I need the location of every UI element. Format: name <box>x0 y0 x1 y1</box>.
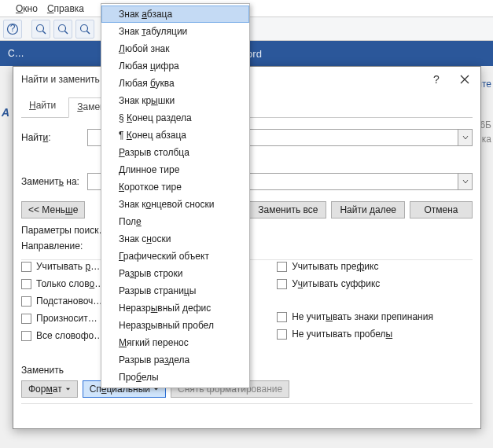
dialog-close-button[interactable] <box>449 68 480 90</box>
menu-nonbreaking-space[interactable]: Неразрывный пробел <box>101 317 249 334</box>
menu-field[interactable]: Поле <box>101 213 249 230</box>
menu-section-break-2[interactable]: Разрыв раздела <box>101 351 249 369</box>
tab-find[interactable]: Найти <box>21 97 64 117</box>
zoom-out-icon[interactable] <box>31 20 50 39</box>
replace-all-button[interactable]: Заменить все <box>249 201 326 218</box>
svg-point-4 <box>59 24 66 31</box>
menu-em-dash[interactable]: Длинное тире <box>101 161 249 178</box>
menu-whitespace[interactable]: Пробелы <box>101 369 249 386</box>
replace-dropdown[interactable] <box>458 174 472 189</box>
left-gutter-a: A <box>2 106 13 120</box>
menu-help[interactable]: Справка <box>47 3 84 14</box>
titlebar-label: С… <box>8 48 24 59</box>
check-wildcards[interactable]: Подстановоч… <box>21 296 104 307</box>
options-left-col: Учитывать р… Только слово… Подстановоч… … <box>21 261 104 341</box>
menu-column-break[interactable]: Разрыв столбца <box>101 144 249 161</box>
menu-page-break[interactable]: Разрыв страницы <box>101 282 249 299</box>
dialog-help-button[interactable]: ? <box>424 68 449 90</box>
svg-line-3 <box>42 31 46 34</box>
check-word-forms[interactable]: Все словофо… <box>21 330 104 341</box>
menu-line-break[interactable]: Разрыв строки <box>101 265 249 282</box>
dialog-title: Найти и заменить <box>21 74 100 85</box>
check-ignore-punct[interactable]: Не учитывать знаки препинания <box>277 311 433 322</box>
special-menu: Знак абзаца Знак табуляции Любой знак Лю… <box>101 3 250 388</box>
checkbox-icon <box>21 331 31 341</box>
cancel-button[interactable]: Отмена <box>410 201 473 218</box>
check-prefix[interactable]: Учитывать префикс <box>277 261 433 272</box>
check-whole-word[interactable]: Только слово… <box>21 278 104 289</box>
chevron-down-icon <box>65 387 71 392</box>
menu-tab-character[interactable]: Знак табуляции <box>101 23 249 40</box>
menu-endnote-mark[interactable]: Знак концевой сноски <box>101 196 249 213</box>
checkbox-icon <box>277 329 287 340</box>
menu-paragraph-mark[interactable]: Знак абзаца <box>101 6 249 23</box>
clipped-text-2: 6Б <box>480 119 491 130</box>
clipped-text-3: ка <box>482 134 491 145</box>
check-suffix[interactable]: Учитывать суффикс <box>277 278 433 289</box>
check-sounds-like[interactable]: Произносит… <box>21 313 104 324</box>
zoom-fit-icon[interactable] <box>53 20 72 39</box>
less-button[interactable]: << Меньше <box>21 201 85 218</box>
chevron-down-icon <box>462 134 469 141</box>
menu-any-letter[interactable]: Любая буква <box>101 75 249 92</box>
menu-en-dash[interactable]: Короткое тире <box>101 178 249 196</box>
menu-optional-hyphen[interactable]: Мягкий перенос <box>101 334 249 351</box>
checkbox-icon <box>277 262 287 272</box>
checkbox-icon <box>277 312 287 322</box>
checkbox-icon <box>21 262 31 272</box>
find-label: Найти: <box>21 132 87 143</box>
svg-point-2 <box>37 24 44 31</box>
replace-label: Заменить на: <box>21 176 87 187</box>
check-ignore-spaces[interactable]: Не учитывать пробелы <box>277 329 433 340</box>
menu-nonbreaking-hyphen[interactable]: Неразрывный дефис <box>101 299 249 317</box>
check-case[interactable]: Учитывать р… <box>21 261 104 272</box>
checkbox-icon <box>21 279 31 289</box>
menu-footnote-mark[interactable]: Знак сноски <box>101 230 249 248</box>
menu-any-digit[interactable]: Любая цифра <box>101 57 249 75</box>
menu-section-break[interactable]: § Конец раздела <box>101 109 249 127</box>
options-right-col: Учитывать префикс Учитывать суффикс Не у… <box>277 261 433 341</box>
close-icon <box>460 75 469 84</box>
svg-text:?: ? <box>10 23 16 34</box>
checkbox-icon <box>21 314 31 324</box>
help-icon[interactable]: ? <box>3 20 22 39</box>
format-button[interactable]: Формат <box>21 380 78 398</box>
menu-window[interactable]: Окно <box>16 3 38 14</box>
menu-paragraph-end[interactable]: ¶ Конец абзаца <box>101 127 249 144</box>
find-next-button[interactable]: Найти далее <box>331 201 405 218</box>
direction-label: Направление: <box>21 241 83 252</box>
svg-point-6 <box>81 24 88 31</box>
chevron-down-icon <box>462 178 469 185</box>
checkbox-icon <box>21 296 31 307</box>
checkbox-icon <box>277 279 287 289</box>
menu-any-character[interactable]: Любой знак <box>101 40 249 57</box>
menu-caret[interactable]: Знак крышки <box>101 92 249 109</box>
menu-graphic[interactable]: Графический объект <box>101 248 249 265</box>
zoom-in-icon[interactable] <box>75 20 94 39</box>
svg-line-5 <box>64 31 68 34</box>
find-dropdown[interactable] <box>458 130 472 145</box>
svg-line-7 <box>86 31 90 34</box>
